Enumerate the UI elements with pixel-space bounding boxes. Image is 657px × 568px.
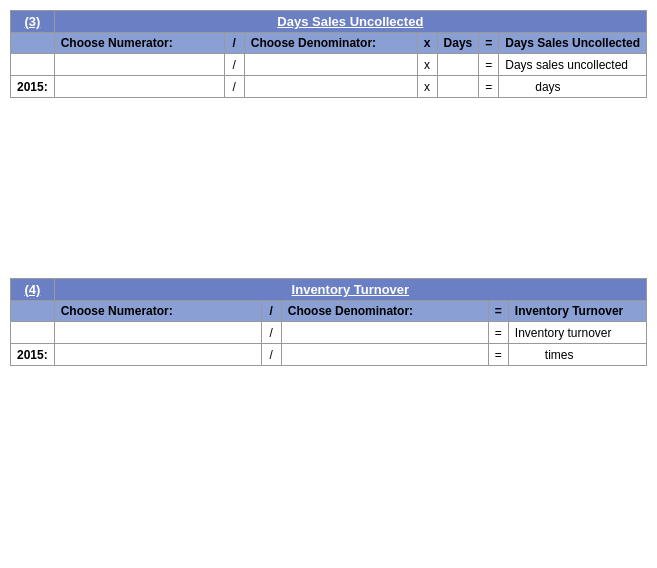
section-4-row1: / = Inventory turnover <box>11 322 647 344</box>
numerator-input-field-4-2[interactable] <box>61 347 255 362</box>
div-op-1: / <box>224 54 244 76</box>
eq-label: = <box>479 33 499 54</box>
eq-op-4-1: = <box>488 322 508 344</box>
days-label: Days <box>437 33 479 54</box>
denominator-input-field-4-1[interactable] <box>288 325 482 340</box>
denominator-input-field-2[interactable] <box>251 79 411 94</box>
mult-op-2: x <box>417 76 437 98</box>
eq-op-2: = <box>479 76 499 98</box>
days-input-2[interactable] <box>437 76 479 98</box>
numerator-input-1[interactable] <box>54 54 224 76</box>
result-label-4: Inventory Turnover <box>508 301 646 322</box>
denominator-input-field-1[interactable] <box>251 57 411 72</box>
mult-op-1: x <box>417 54 437 76</box>
denominator-label: Choose Denominator: <box>244 33 417 54</box>
days-sales-table: (3) Days Sales Uncollected Choose Numera… <box>10 10 647 98</box>
div-label-4: / <box>261 301 281 322</box>
numerator-input-4-2[interactable] <box>54 344 261 366</box>
section-4-header-row: (4) Inventory Turnover <box>11 279 647 301</box>
year-label-4: 2015: <box>11 344 55 366</box>
days-input-field-1[interactable] <box>444 57 473 72</box>
denominator-input-1[interactable] <box>244 54 417 76</box>
section-3-row2: 2015: / x = days <box>11 76 647 98</box>
section-4: (4) Inventory Turnover Choose Numerator:… <box>10 278 647 366</box>
eq-op-4-2: = <box>488 344 508 366</box>
section-4-column-labels: Choose Numerator: / Choose Denominator: … <box>11 301 647 322</box>
div-op-4-1: / <box>261 322 281 344</box>
year-label-3: 2015: <box>11 76 55 98</box>
denominator-input-4-1[interactable] <box>281 322 488 344</box>
denominator-input-field-4-2[interactable] <box>288 347 482 362</box>
div-op-4-2: / <box>261 344 281 366</box>
section-4-title: Inventory Turnover <box>54 279 646 301</box>
result-text-1: Days sales uncollected <box>499 54 647 76</box>
inventory-turnover-table: (4) Inventory Turnover Choose Numerator:… <box>10 278 647 366</box>
numerator-input-2[interactable] <box>54 76 224 98</box>
result-label: Days Sales Uncollected <box>499 33 647 54</box>
result-text-4-1: Inventory turnover <box>508 322 646 344</box>
numerator-input-field-4-1[interactable] <box>61 325 255 340</box>
empty-cell-4 <box>11 322 55 344</box>
eq-label-4: = <box>488 301 508 322</box>
section-4-row2: 2015: / = times <box>11 344 647 366</box>
days-input-field-2[interactable] <box>444 79 473 94</box>
unit-label-3: days <box>535 80 560 94</box>
mult-label: x <box>417 33 437 54</box>
unit-label-4: times <box>545 348 574 362</box>
numerator-input-4-1[interactable] <box>54 322 261 344</box>
spacer <box>10 118 647 278</box>
div-op-2: / <box>224 76 244 98</box>
unit-text-4: times <box>508 344 646 366</box>
numerator-input-field-2[interactable] <box>61 79 218 94</box>
empty-label-cell <box>11 33 55 54</box>
days-input-1[interactable] <box>437 54 479 76</box>
eq-op-1: = <box>479 54 499 76</box>
numerator-label-4: Choose Numerator: <box>54 301 261 322</box>
denominator-input-4-2[interactable] <box>281 344 488 366</box>
section-3-row1: / x = Days sales uncollected <box>11 54 647 76</box>
unit-text-3: days <box>499 76 647 98</box>
empty-label-cell-4 <box>11 301 55 322</box>
numerator-input-field-1[interactable] <box>61 57 218 72</box>
div-label: / <box>224 33 244 54</box>
denominator-input-2[interactable] <box>244 76 417 98</box>
section-3-title: Days Sales Uncollected <box>54 11 646 33</box>
section-3: (3) Days Sales Uncollected Choose Numera… <box>10 10 647 98</box>
section-3-header-row: (3) Days Sales Uncollected <box>11 11 647 33</box>
numerator-label: Choose Numerator: <box>54 33 224 54</box>
section-3-number: (3) <box>11 11 55 33</box>
section-3-column-labels: Choose Numerator: / Choose Denominator: … <box>11 33 647 54</box>
denominator-label-4: Choose Denominator: <box>281 301 488 322</box>
section-4-number: (4) <box>11 279 55 301</box>
empty-cell <box>11 54 55 76</box>
